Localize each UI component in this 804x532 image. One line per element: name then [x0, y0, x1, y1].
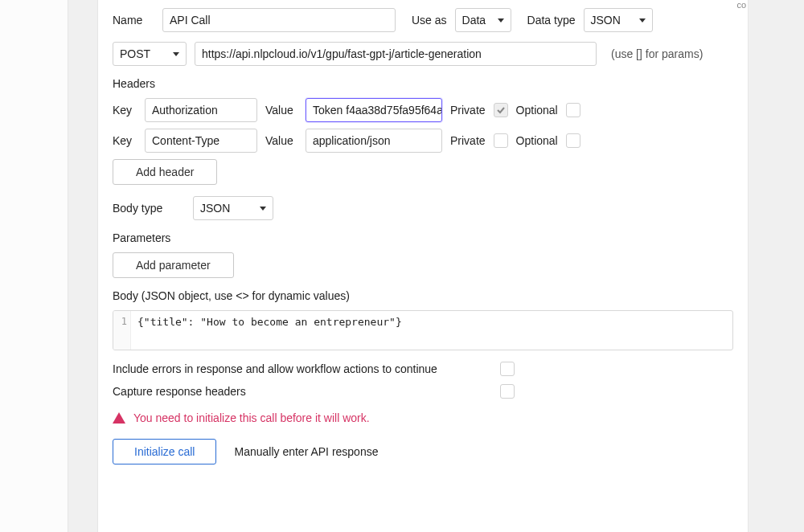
code-content[interactable]: {"title": "How to become an entrepreneur… [131, 311, 408, 350]
api-call-panel: co Name API Call Use as Data Data type J… [97, 0, 749, 532]
body-type-select[interactable]: JSON [193, 196, 273, 220]
init-warning: You need to initialize this call before … [113, 411, 733, 424]
capture-headers-checkbox[interactable] [500, 384, 515, 399]
code-gutter: 1 [113, 311, 131, 350]
name-label: Name [113, 14, 154, 27]
caret-icon [173, 52, 179, 56]
header-optional-checkbox[interactable] [566, 133, 580, 148]
body-json-label: Body (JSON object, use <> for dynamic va… [113, 289, 733, 302]
parameters-title: Parameters [113, 231, 733, 244]
use-as-label: Use as [412, 14, 447, 27]
body-json-editor[interactable]: 1 {"title": "How to become an entreprene… [113, 310, 733, 350]
header-value-label: Value [265, 134, 297, 147]
http-method-select[interactable]: POST [113, 42, 187, 66]
header-key-label: Key [113, 134, 137, 147]
data-type-value: JSON [591, 14, 621, 27]
body-type-label: Body type [113, 202, 185, 215]
include-errors-checkbox[interactable] [500, 362, 515, 376]
capture-headers-label: Capture response headers [113, 385, 246, 398]
caret-icon [498, 18, 504, 23]
header-value-input[interactable]: Token f4aa38d75fa95f64a [306, 98, 442, 122]
warning-icon [113, 412, 125, 424]
method-url-row: POST https://api.nlpcloud.io/v1/gpu/fast… [113, 42, 733, 66]
header-key-input[interactable]: Content-Type [145, 129, 257, 153]
header-key-input[interactable]: Authorization [145, 98, 257, 122]
header-row-1: Key Content-Type Value application/json … [113, 129, 733, 153]
header-optional-label: Optional [516, 134, 558, 147]
data-type-label: Data type [527, 14, 576, 27]
include-errors-row: Include errors in response and allow wor… [113, 362, 515, 376]
header-optional-label: Optional [516, 104, 558, 117]
manual-response-link[interactable]: Manually enter API response [234, 445, 378, 458]
caret-icon [639, 18, 646, 23]
headers-title: Headers [113, 77, 733, 90]
initialize-call-button[interactable]: Initialize call [113, 439, 216, 464]
caret-icon [260, 207, 266, 211]
add-header-button[interactable]: Add header [113, 159, 217, 185]
header-key-label: Key [113, 104, 137, 117]
top-right-fragment: co [736, 0, 746, 10]
header-row-0: Key Authorization Value Token f4aa38d75f… [113, 98, 733, 122]
body-type-row: Body type JSON [113, 196, 733, 220]
action-row: Initialize call Manually enter API respo… [113, 439, 733, 464]
header-value-label: Value [265, 104, 297, 117]
use-as-select[interactable]: Data [455, 8, 511, 32]
capture-headers-row: Capture response headers [113, 384, 515, 399]
include-errors-label: Include errors in response and allow wor… [113, 362, 437, 375]
left-gutter [0, 0, 68, 532]
use-as-value: Data [462, 14, 486, 27]
header-private-label: Private [450, 104, 486, 117]
init-warning-text: You need to initialize this call before … [133, 411, 370, 424]
header-optional-checkbox[interactable] [566, 103, 580, 117]
header-private-checkbox[interactable] [494, 103, 508, 117]
header-value-input[interactable]: application/json [306, 129, 442, 153]
name-input[interactable]: API Call [162, 8, 396, 32]
url-hint: (use [] for params) [611, 47, 703, 60]
data-type-select[interactable]: JSON [584, 8, 653, 32]
add-parameter-button[interactable]: Add parameter [113, 252, 234, 278]
url-input[interactable]: https://api.nlpcloud.io/v1/gpu/fast-gpt-… [195, 42, 597, 66]
header-private-label: Private [450, 134, 486, 147]
body-type-value: JSON [200, 202, 230, 215]
check-icon [496, 105, 506, 115]
name-row: Name API Call Use as Data Data type JSON [113, 8, 733, 32]
http-method-value: POST [120, 47, 150, 60]
header-private-checkbox[interactable] [494, 133, 508, 148]
